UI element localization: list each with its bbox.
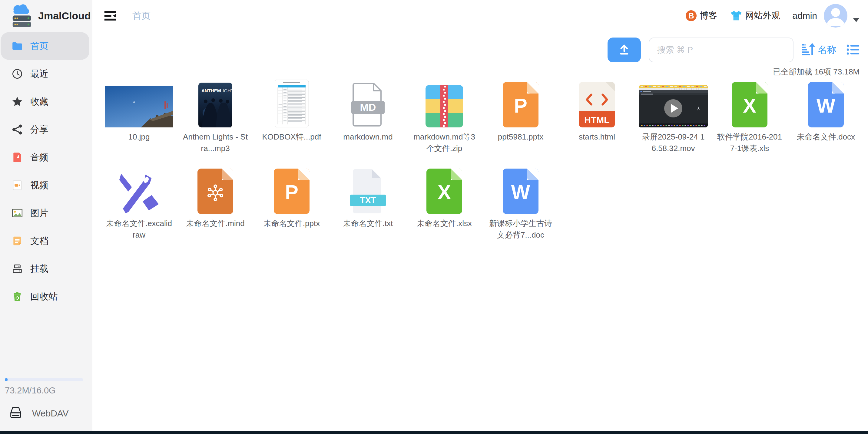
storage-section: 73.2M/16.0G bbox=[0, 378, 92, 396]
file-item[interactable]: P 未命名文件.pptx bbox=[253, 168, 330, 255]
video-file-icon bbox=[11, 179, 23, 191]
excel-icon: X bbox=[711, 81, 788, 127]
file-name: 未命名文件.docx bbox=[797, 131, 855, 142]
sidebar-item-label: 最近 bbox=[30, 68, 49, 80]
file-item[interactable]: X 未命名文件.xlsx bbox=[406, 168, 483, 255]
sidebar-item-label: 图片 bbox=[30, 207, 49, 220]
document-file-icon bbox=[11, 235, 23, 247]
file-item[interactable]: HTML starts.html bbox=[559, 81, 635, 168]
breadcrumb[interactable]: 首页 bbox=[132, 10, 151, 22]
sidebar-item-mount[interactable]: 挂载 bbox=[1, 255, 89, 283]
file-name: 未命名文件.excalidraw bbox=[105, 218, 173, 241]
mind-icon bbox=[177, 168, 253, 214]
sidebar-item-favorites[interactable]: 收藏 bbox=[1, 88, 89, 115]
sidebar-item-recent[interactable]: 最近 bbox=[1, 60, 89, 88]
sidebar-item-label: 收藏 bbox=[30, 96, 49, 108]
trash-icon bbox=[11, 291, 23, 302]
file-name: 未命名文件.txt bbox=[343, 218, 393, 229]
webdav-label: WebDAV bbox=[32, 408, 69, 419]
file-item[interactable]: X 软件学院2016-2017-1课表.xls bbox=[711, 81, 788, 168]
file-item[interactable]: MD markdown.md bbox=[330, 81, 406, 168]
file-item[interactable]: ANTHEM LIGHTS Anthem Lights - Stra...mp3 bbox=[177, 81, 253, 168]
share-icon bbox=[11, 124, 23, 135]
image-file-icon bbox=[11, 207, 23, 219]
toolbar: 名称 bbox=[92, 37, 868, 62]
sidebar-item-images[interactable]: 图片 bbox=[1, 199, 89, 227]
avatar[interactable] bbox=[824, 4, 847, 28]
file-name: markdown.md bbox=[343, 131, 393, 142]
word-icon: W bbox=[788, 81, 864, 127]
file-item[interactable]: W 未命名文件.docx bbox=[788, 81, 864, 168]
sidebar-nav: 首页 最近 收藏 分享 音频 视频 图片 文档 挂载 回收站 bbox=[0, 31, 92, 310]
excalidraw-icon bbox=[101, 168, 177, 214]
file-name: starts.html bbox=[579, 131, 615, 142]
blog-link[interactable]: B 博客 bbox=[686, 10, 717, 22]
folder-icon bbox=[11, 40, 23, 52]
username[interactable]: admin bbox=[792, 10, 817, 21]
status-text: 已全部加载 16项 73.18M bbox=[92, 67, 868, 77]
sort-asc-icon bbox=[801, 42, 816, 58]
file-browser: 名称 已全部加载 16项 73.18M bbox=[92, 31, 868, 431]
storage-progress-fill bbox=[5, 378, 7, 381]
logo[interactable]: JmalCloud bbox=[0, 0, 92, 31]
pdf-thumb-icon bbox=[253, 81, 330, 127]
file-name: 未命名文件.xlsx bbox=[417, 218, 472, 229]
appearance-label: 网站外观 bbox=[745, 10, 780, 22]
file-name: 未命名文件.pptx bbox=[264, 218, 320, 229]
app-title: JmalCloud bbox=[38, 10, 91, 22]
sort-button[interactable]: 名称 bbox=[801, 42, 837, 58]
blog-label: 博客 bbox=[700, 10, 717, 22]
file-item[interactable]: 录屏2025-09-24 16.58.32.mov bbox=[635, 81, 711, 168]
search-input[interactable] bbox=[649, 37, 794, 62]
album-thumb-icon: ANTHEM LIGHTS bbox=[177, 81, 253, 127]
site-appearance-link[interactable]: 网站外观 bbox=[717, 10, 780, 22]
file-item[interactable]: W 新课标小学生古诗文必背7...doc bbox=[483, 168, 559, 255]
app-window: JmalCloud 首页 最近 收藏 分享 音频 视频 图片 文档 挂载 回收站… bbox=[0, 0, 868, 434]
view-toggle-button[interactable] bbox=[846, 43, 860, 57]
sidebar-item-label: 首页 bbox=[30, 40, 49, 53]
file-item[interactable]: TXT 未命名文件.txt bbox=[330, 168, 406, 255]
file-name: markdown.md等3个文件.zip bbox=[411, 131, 478, 154]
sidebar: JmalCloud 首页 最近 收藏 分享 音频 视频 图片 文档 挂载 回收站… bbox=[0, 0, 92, 431]
sidebar-item-audio[interactable]: 音频 bbox=[1, 143, 89, 171]
file-item[interactable]: 未命名文件.mind bbox=[177, 168, 253, 255]
ppt-icon: P bbox=[253, 168, 330, 214]
file-item[interactable]: markdown.md等3个文件.zip bbox=[406, 81, 483, 168]
svg-text:MD: MD bbox=[360, 101, 376, 113]
sidebar-item-documents[interactable]: 文档 bbox=[1, 227, 89, 255]
file-name: 新课标小学生古诗文必背7...doc bbox=[487, 218, 554, 241]
mount-icon bbox=[11, 263, 23, 274]
sidebar-item-label: 挂载 bbox=[30, 263, 49, 275]
upload-button[interactable] bbox=[608, 37, 641, 62]
sidebar-item-video[interactable]: 视频 bbox=[1, 171, 89, 199]
star-icon bbox=[11, 96, 23, 107]
tshirt-icon bbox=[731, 10, 742, 21]
sidebar-item-label: 音频 bbox=[30, 151, 49, 164]
upload-icon bbox=[618, 43, 631, 57]
sidebar-item-label: 回收站 bbox=[30, 291, 58, 303]
list-view-icon bbox=[846, 53, 860, 57]
webdav-item[interactable]: WebDAV bbox=[0, 400, 92, 427]
file-name: 未命名文件.mind bbox=[186, 218, 245, 229]
zip-icon bbox=[406, 81, 483, 127]
file-item[interactable]: KODBOX特...pdf bbox=[253, 81, 330, 168]
file-name: 软件学院2016-2017-1课表.xls bbox=[716, 131, 783, 154]
collapse-sidebar-icon[interactable] bbox=[104, 9, 117, 22]
sidebar-item-trash[interactable]: 回收站 bbox=[1, 283, 89, 310]
audio-file-icon bbox=[11, 152, 23, 163]
sidebar-item-share[interactable]: 分享 bbox=[1, 115, 89, 143]
svg-text:TXT: TXT bbox=[360, 196, 376, 205]
storage-progress-bar bbox=[5, 378, 83, 381]
file-item[interactable]: P ppt5981.pptx bbox=[483, 81, 559, 168]
svg-text:HTML: HTML bbox=[584, 115, 609, 125]
file-grid: 10.jpg ANTHEM LIGHTS Anthem Lights - Str… bbox=[92, 81, 868, 255]
file-item[interactable]: 10.jpg bbox=[101, 81, 177, 168]
image-thumb-icon bbox=[101, 81, 177, 127]
storage-usage: 73.2M/16.0G bbox=[5, 386, 86, 396]
sidebar-item-home[interactable]: 首页 bbox=[1, 32, 89, 60]
excel-icon: X bbox=[406, 168, 483, 214]
caret-down-icon[interactable] bbox=[853, 18, 860, 22]
file-item[interactable]: 未命名文件.excalidraw bbox=[101, 168, 177, 255]
file-name: Anthem Lights - Stra...mp3 bbox=[182, 131, 249, 154]
desktop-edge bbox=[0, 431, 868, 434]
